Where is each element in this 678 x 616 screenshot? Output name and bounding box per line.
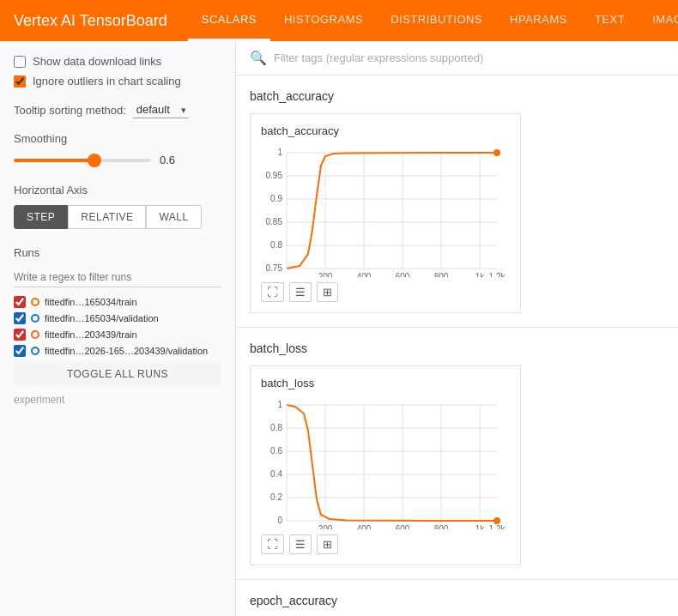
nav-link-histograms[interactable]: HISTOGRAMS: [270, 0, 377, 41]
run-item-2: fittedfin…165034/validation: [14, 312, 221, 324]
haxis-btn-step[interactable]: STEP: [14, 205, 68, 229]
list-btn-batch-accuracy[interactable]: ☰: [289, 282, 312, 302]
run-item-4: fittedfin…2026-165…203439/validation: [14, 345, 221, 357]
svg-text:1: 1: [277, 148, 282, 157]
expand-btn-batch-loss[interactable]: ⛶: [261, 534, 284, 554]
svg-text:200: 200: [318, 524, 333, 529]
chart-controls-batch-loss: ⛶ ☰ ⊞: [261, 534, 510, 554]
run-checkbox-3[interactable]: [14, 329, 26, 341]
run-dot-2: [31, 314, 39, 323]
search-icon: 🔍: [250, 50, 267, 66]
runs-title: Runs: [14, 246, 221, 259]
svg-text:1: 1: [277, 400, 282, 409]
section-batch-accuracy: batch_accuracy batch_accuracy: [236, 75, 678, 328]
svg-text:0.85: 0.85: [266, 217, 283, 226]
chart-card-batch-accuracy: batch_accuracy: [250, 113, 521, 313]
chart-card-batch-loss-title: batch_loss: [261, 377, 510, 390]
show-download-checkbox[interactable]: [14, 56, 26, 68]
smoothing-value: 0.6: [160, 154, 185, 166]
chart-controls-batch-accuracy: ⛶ ☰ ⊞: [261, 282, 510, 302]
svg-text:0.9: 0.9: [270, 194, 282, 203]
run-dot-4: [31, 347, 39, 355]
svg-point-48: [493, 517, 500, 524]
tag-filter-input[interactable]: [274, 51, 664, 64]
sidebar: Show data download links Ignore outliers…: [0, 41, 236, 616]
section-batch-loss-title: batch_loss: [250, 341, 664, 355]
svg-text:1k: 1k: [475, 524, 486, 529]
svg-text:800: 800: [434, 272, 449, 277]
show-download-label[interactable]: Show data download links: [14, 55, 221, 68]
main-layout: Show data download links Ignore outliers…: [0, 41, 678, 616]
nav-link-text[interactable]: TEXT: [581, 0, 639, 41]
chart-area-batch-loss: 1 0.8 0.6 0.4 0.2 0 200 400 600 800 1k 1…: [261, 396, 510, 529]
run-checkbox-1[interactable]: [14, 296, 26, 308]
run-checkbox-4[interactable]: [14, 345, 26, 357]
smoothing-slider[interactable]: [14, 159, 151, 162]
tooltip-select[interactable]: default: [133, 101, 188, 118]
svg-text:600: 600: [396, 272, 410, 277]
svg-text:1.2k: 1.2k: [489, 272, 506, 277]
haxis-btn-wall[interactable]: WALL: [146, 205, 201, 229]
svg-text:0.6: 0.6: [270, 446, 282, 456]
svg-text:0: 0: [277, 516, 282, 525]
runs-section: Runs fittedfin…165034/trainfittedfin…165…: [14, 246, 221, 406]
brand-title: Vertex AI TensorBoard: [14, 12, 167, 30]
nav-link-scalars[interactable]: SCALARS: [188, 0, 270, 41]
filter-bar: 🔍: [236, 41, 678, 75]
section-batch-accuracy-title: batch_accuracy: [250, 89, 664, 103]
run-checkbox-2[interactable]: [14, 312, 26, 324]
ignore-outliers-label[interactable]: Ignore outliers in chart scaling: [14, 75, 221, 88]
runs-list: fittedfin…165034/trainfittedfin…165034/v…: [14, 296, 221, 357]
list-btn-batch-loss[interactable]: ☰: [289, 534, 312, 554]
runs-filter-input[interactable]: [14, 268, 221, 287]
fit-btn-batch-loss[interactable]: ⊞: [317, 534, 338, 554]
smoothing-section: Smoothing 0.6: [14, 132, 221, 166]
tooltip-select-wrapper[interactable]: default: [133, 101, 188, 118]
svg-text:0.75: 0.75: [266, 263, 283, 273]
run-label-3: fittedfin…203439/train: [45, 329, 137, 340]
haxis-title: Horizontal Axis: [14, 184, 221, 196]
svg-text:0.8: 0.8: [270, 423, 282, 432]
svg-text:1.2k: 1.2k: [489, 524, 506, 529]
section-epoch-accuracy-title: epoch_accuracy: [250, 594, 664, 607]
svg-text:0.8: 0.8: [270, 240, 282, 250]
haxis-section: Horizontal Axis STEPRELATIVEWALL: [14, 184, 221, 229]
tooltip-row: Tooltip sorting method: default: [14, 101, 221, 118]
ignore-outliers-checkbox[interactable]: [14, 75, 26, 88]
nav-link-images[interactable]: IMAGES: [639, 0, 678, 41]
download-option: Show data download links Ignore outliers…: [14, 55, 221, 88]
experiment-label: experiment: [14, 394, 221, 406]
smoothing-slider-row: 0.6: [14, 154, 221, 166]
run-item-1: fittedfin…165034/train: [14, 296, 221, 308]
svg-text:1k: 1k: [475, 272, 486, 277]
svg-text:800: 800: [434, 524, 449, 529]
svg-text:0.2: 0.2: [270, 492, 282, 502]
nav-link-hparams[interactable]: HPARAMS: [496, 0, 581, 41]
svg-text:400: 400: [357, 272, 372, 277]
run-label-4: fittedfin…2026-165…203439/validation: [45, 346, 208, 356]
nav-link-distributions[interactable]: DISTRIBUTIONS: [377, 0, 496, 41]
haxis-btn-relative[interactable]: RELATIVE: [68, 205, 146, 229]
run-label-2: fittedfin…165034/validation: [45, 313, 159, 323]
chart-card-batch-accuracy-title: batch_accuracy: [261, 124, 510, 137]
fit-btn-batch-accuracy[interactable]: ⊞: [317, 282, 338, 302]
svg-text:200: 200: [318, 272, 333, 277]
chart-svg-batch-accuracy: 1 0.95 0.9 0.85 0.8 0.75 200 400 600 800…: [261, 144, 510, 277]
run-dot-3: [31, 330, 39, 339]
run-item-3: fittedfin…203439/train: [14, 329, 221, 341]
svg-text:400: 400: [357, 524, 372, 529]
svg-text:0.95: 0.95: [266, 171, 283, 180]
svg-point-23: [493, 149, 500, 156]
nav-links: SCALARSHISTOGRAMSDISTRIBUTIONSHPARAMSTEX…: [188, 0, 678, 41]
main-content: 🔍 batch_accuracy batch_accuracy: [236, 41, 678, 616]
smoothing-title: Smoothing: [14, 132, 221, 145]
chart-svg-batch-loss: 1 0.8 0.6 0.4 0.2 0 200 400 600 800 1k 1…: [261, 396, 510, 529]
expand-btn-batch-accuracy[interactable]: ⛶: [261, 282, 284, 302]
svg-text:0.4: 0.4: [270, 469, 282, 479]
chart-area-batch-accuracy: 1 0.95 0.9 0.85 0.8 0.75 200 400 600 800…: [261, 144, 510, 277]
run-dot-1: [31, 298, 39, 306]
toggle-all-runs-button[interactable]: TOGGLE ALL RUNS: [14, 361, 221, 387]
topnav: Vertex AI TensorBoard SCALARSHISTOGRAMSD…: [0, 0, 678, 41]
chart-card-batch-loss: batch_loss: [250, 365, 521, 565]
svg-text:600: 600: [396, 524, 410, 529]
